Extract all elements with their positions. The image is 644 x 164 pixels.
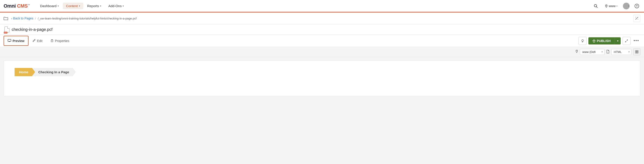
properties-tab-icon [50,39,54,43]
nav-dashboard-label: Dashboard [40,4,56,8]
svg-line-1 [596,6,597,7]
html-select-wrapper: HTML ▾ [611,49,632,55]
back-to-pages-link[interactable]: ‹ Back to Pages [11,16,34,20]
svg-line-6 [636,18,637,20]
folder-icon [4,16,8,20]
help-button[interactable]: ? [633,2,640,10]
svg-point-18 [594,40,594,41]
breadcrumb-page-item[interactable]: Checking In a Page [32,68,76,76]
breadcrumb-home-label: Home [19,70,28,74]
tab-properties[interactable]: Properties [46,35,73,47]
folder-button[interactable] [2,15,10,22]
tabs-bar: Preview Edit Properties [0,35,644,47]
publish-dropdown-button[interactable]: ▾ [615,37,621,44]
pencil-icon [32,39,36,42]
addons-chevron-icon: ▾ [123,5,124,7]
publish-label: PUBLISH [597,39,610,43]
tab-preview-label: Preview [12,39,24,43]
back-chevron-icon: ‹ [11,17,12,20]
breadcrumb-path: /_uw-team-testing/omni-training-tutorial… [38,17,136,20]
magic-wand-icon [635,16,638,20]
html-select[interactable]: HTML [611,49,632,55]
dashboard-chevron-icon: ▾ [58,5,59,7]
lightbulb-icon [581,39,584,43]
svg-rect-22 [636,51,636,52]
nav-content[interactable]: Content ▾ [63,3,83,9]
breadcrumb-bar: ‹ Back to Pages / /_uw-team-testing/omni… [0,12,644,24]
back-to-pages-label: Back to Pages [13,16,33,20]
location-pin-icon [605,4,608,7]
tab-preview[interactable]: Preview [4,36,28,46]
logo-text: Omni CMS™ [4,3,30,9]
top-nav: Omni CMS™ Dashboard ▾ Content ▾ Reports … [0,0,644,12]
breadcrumb-separator: / [35,17,36,20]
document-icon [606,50,610,54]
expand-button[interactable] [622,37,630,45]
breadcrumb-home-item[interactable]: Home [14,68,35,76]
user-avatar-icon [624,4,628,8]
nav-dashboard[interactable]: Dashboard ▾ [37,3,62,9]
svg-point-3 [625,4,626,6]
search-button[interactable] [592,2,600,10]
svg-point-21 [576,51,577,51]
doc-icon [606,50,610,53]
nav-addons[interactable]: Add-Ons ▾ [105,3,127,9]
page-title-bar: PCF checking-in-a-page.pcf [0,24,644,35]
grid-icon [635,50,638,53]
content-chevron-icon: ▾ [79,5,80,7]
building-icon [50,39,54,42]
www-chevron-icon: ▾ [616,5,618,7]
nav-reports-label: Reports [87,4,99,8]
second-toolbar: www (Defi ▾ HTML ▾ [0,47,644,57]
avatar-chevron-icon: ▾ [628,5,629,7]
nav-items: Dashboard ▾ Content ▾ Reports ▾ Add-Ons … [37,3,592,9]
page-filename: checking-in-a-page.pcf [12,27,52,32]
svg-rect-23 [637,51,638,52]
www-select-wrapper: www (Defi ▾ [580,49,604,55]
grid-view-button[interactable] [633,48,640,55]
breadcrumb-page-label: Checking In a Page [38,70,69,74]
publish-button-group: PUBLISH ▾ [588,37,621,44]
svg-point-11 [638,19,638,20]
tab-edit-label: Edit [37,39,42,43]
nav-right: www ▾ ▾ ? [592,2,640,10]
magic-wand-button[interactable] [633,15,640,22]
preview-breadcrumb-nav: Home Checking In a Page [14,68,630,76]
tabs-right-actions: PUBLISH ▾ ••• [578,37,640,45]
nav-addons-label: Add-Ons [108,4,122,8]
nav-reports[interactable]: Reports ▾ [84,3,104,9]
pcf-badge: PCF [4,32,8,33]
tab-group: Preview Edit Properties [4,35,578,47]
svg-rect-25 [637,52,638,53]
nav-content-label: Content [66,4,78,8]
www-label: www [609,4,616,8]
user-avatar[interactable]: ▾ [623,3,630,9]
lightbulb-button[interactable] [578,37,586,45]
publish-icon [592,39,596,42]
preview-tab-icon [8,39,11,43]
svg-point-2 [606,5,606,6]
tab-edit[interactable]: Edit [28,35,46,47]
expand-icon [625,39,628,42]
preview-area: Home Checking In a Page [4,61,640,96]
edit-tab-icon [32,39,36,43]
www-selector[interactable]: www ▾ [603,3,619,9]
more-options-button[interactable]: ••• [632,37,640,45]
pcf-file-icon: PCF [4,27,10,32]
breadcrumb-right [633,15,640,22]
svg-rect-15 [51,40,53,42]
svg-rect-12 [8,39,11,41]
app-logo[interactable]: Omni CMS™ [4,3,30,9]
more-options-icon: ••• [634,38,639,43]
www-select[interactable]: www (Defi [580,49,604,55]
pin-icon [576,50,578,53]
svg-point-10 [636,17,636,17]
svg-text:?: ? [636,5,638,8]
monitor-icon [8,39,11,42]
publish-button[interactable]: PUBLISH [588,37,615,44]
reports-chevron-icon: ▾ [100,5,101,7]
help-icon: ? [634,4,639,8]
location-pin-icon-2 [576,50,578,54]
publish-dropdown-chevron-icon: ▾ [617,39,618,42]
search-icon [594,4,598,8]
